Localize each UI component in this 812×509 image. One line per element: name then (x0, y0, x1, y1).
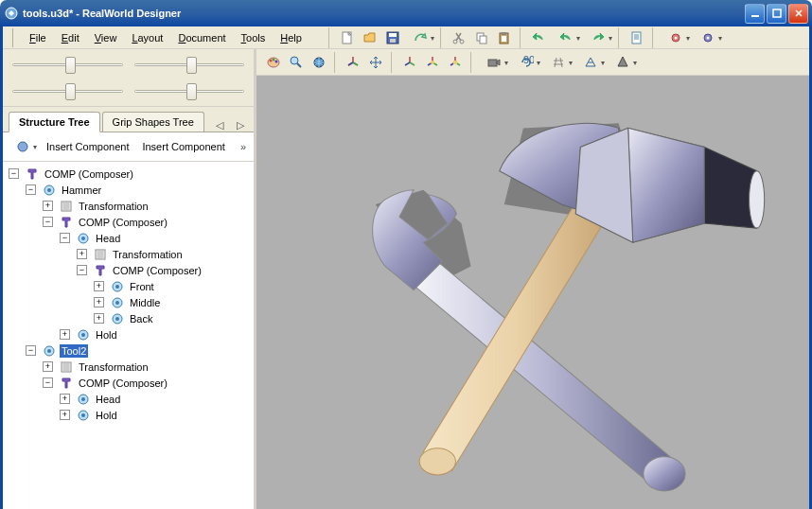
axis4-icon[interactable] (444, 51, 467, 74)
tree-row[interactable]: +Transformation (5, 359, 252, 375)
collapse-icon[interactable]: − (26, 345, 36, 356)
tree-label[interactable]: COMP (Composer) (77, 216, 169, 229)
tab-grip-shapes[interactable]: Grip Shapes Tree (102, 112, 204, 132)
save-icon[interactable] (381, 26, 404, 49)
collapse-icon[interactable]: − (60, 233, 70, 243)
tree-row[interactable]: +Transformation (5, 198, 252, 214)
xform-icon (59, 360, 74, 375)
tree-label[interactable]: Transformation (77, 200, 150, 213)
history-icon[interactable] (404, 26, 436, 49)
wireframe-icon[interactable] (574, 51, 607, 74)
expand-icon[interactable]: + (77, 249, 87, 259)
tree-label[interactable]: Transformation (111, 248, 185, 261)
menu-help[interactable]: Help (273, 29, 309, 46)
tree-row[interactable]: +Hold (5, 407, 252, 423)
tree-row[interactable]: −Head (5, 230, 252, 246)
tree-row[interactable]: −Tool2 (5, 342, 252, 359)
tree-obj-icon[interactable] (7, 135, 39, 158)
new-icon[interactable] (336, 26, 359, 49)
tab-prev-icon[interactable]: ◁ (212, 119, 227, 132)
tree-label[interactable]: Hammer (60, 184, 103, 197)
tree-label[interactable]: Hold (94, 409, 119, 422)
tree-row[interactable]: −COMP (Composer) (5, 375, 252, 391)
expand-icon[interactable]: + (60, 394, 70, 404)
tree-label[interactable]: Hold (94, 328, 119, 342)
doc-icon[interactable] (626, 26, 648, 49)
minimize-button[interactable] (745, 4, 765, 24)
shade-icon[interactable] (607, 51, 639, 74)
collapse-icon[interactable]: − (43, 217, 53, 227)
maximize-button[interactable] (767, 4, 786, 24)
tree-row[interactable]: −COMP (Composer) (5, 214, 252, 230)
tree-row[interactable]: −Hammer (5, 182, 252, 198)
tree-label[interactable]: Head (94, 393, 122, 406)
tree-label[interactable]: COMP (Composer) (77, 377, 169, 390)
tree-row[interactable]: +Back (5, 310, 252, 326)
menu-bar: File Edit View Layout Document Tools Hel… (3, 26, 809, 49)
tree-label[interactable]: COMP (Composer) (43, 167, 135, 181)
collapse-icon[interactable]: − (43, 377, 53, 388)
close-button[interactable] (788, 4, 808, 24)
expand-icon[interactable]: + (94, 313, 104, 324)
tree-label[interactable]: Front (128, 280, 156, 293)
tree-label[interactable]: Middle (128, 296, 162, 309)
menu-view[interactable]: View (87, 29, 125, 46)
move-icon[interactable] (364, 51, 387, 74)
tree-label[interactable]: COMP (Composer) (111, 264, 203, 277)
expand-icon[interactable]: + (94, 281, 104, 291)
axis2-icon[interactable] (398, 51, 421, 74)
tree-row[interactable]: +Transformation (5, 246, 252, 262)
open-icon[interactable] (359, 26, 381, 49)
expand-icon[interactable]: + (94, 297, 104, 307)
redo-dd-icon[interactable] (582, 26, 614, 49)
palette-icon[interactable] (262, 51, 285, 74)
globe-icon[interactable] (308, 51, 330, 74)
rotate90-icon[interactable]: 90 (510, 51, 542, 74)
tab-next-icon[interactable]: ▷ (233, 119, 248, 132)
expand-icon[interactable]: + (60, 410, 70, 420)
gear2-icon[interactable] (692, 26, 724, 49)
tree-row[interactable]: −COMP (Composer) (5, 262, 252, 278)
collapse-icon[interactable]: − (77, 265, 87, 275)
tree-label[interactable]: Back (128, 312, 154, 325)
tree-label[interactable]: Tool2 (60, 344, 88, 358)
tree-row[interactable]: +Middle (5, 294, 252, 310)
structure-tree[interactable]: −COMP (Composer)−Hammer+Transformation−C… (3, 162, 254, 509)
zoom-icon[interactable] (285, 51, 308, 74)
undo-dd-icon[interactable] (550, 26, 582, 49)
tab-structure-tree[interactable]: Structure Tree (9, 112, 100, 132)
tree-label[interactable]: Head (94, 232, 122, 245)
menu-document[interactable]: Document (170, 29, 233, 46)
collapse-icon[interactable]: − (26, 184, 36, 195)
tree-toolbar-more-icon[interactable]: » (237, 141, 250, 152)
paste-icon[interactable] (493, 26, 516, 49)
menu-edit[interactable]: Edit (54, 29, 87, 46)
slider-4[interactable] (134, 81, 245, 100)
expand-icon[interactable]: + (43, 201, 53, 211)
grid-icon[interactable] (542, 51, 574, 74)
insert-component-2[interactable]: Insert Component (136, 139, 230, 154)
tree-row[interactable]: +Hold (5, 326, 252, 342)
menu-layout[interactable]: Layout (124, 29, 170, 46)
collapse-icon[interactable]: − (9, 168, 19, 179)
camera-icon[interactable] (478, 51, 510, 74)
tree-row[interactable]: +Head (5, 391, 252, 407)
insert-component-1[interactable]: Insert Component (41, 139, 134, 154)
tree-row[interactable]: −COMP (Composer) (5, 166, 252, 182)
menu-file[interactable]: File (22, 29, 54, 46)
slider-1[interactable] (12, 55, 123, 74)
axis3-icon[interactable] (421, 51, 444, 74)
tree-row[interactable]: +Front (5, 278, 252, 294)
axis1-icon[interactable] (342, 51, 364, 74)
expand-icon[interactable]: + (43, 361, 53, 372)
gear1-icon[interactable] (660, 26, 692, 49)
copy-icon[interactable] (470, 26, 493, 49)
tree-label[interactable]: Transformation (77, 360, 150, 374)
menu-tools[interactable]: Tools (234, 29, 274, 46)
slider-2[interactable] (134, 55, 245, 74)
slider-3[interactable] (12, 81, 123, 100)
cut-icon[interactable] (448, 26, 470, 49)
expand-icon[interactable]: + (60, 329, 70, 340)
3d-viewport[interactable] (256, 76, 809, 509)
undo-icon[interactable] (527, 26, 550, 49)
